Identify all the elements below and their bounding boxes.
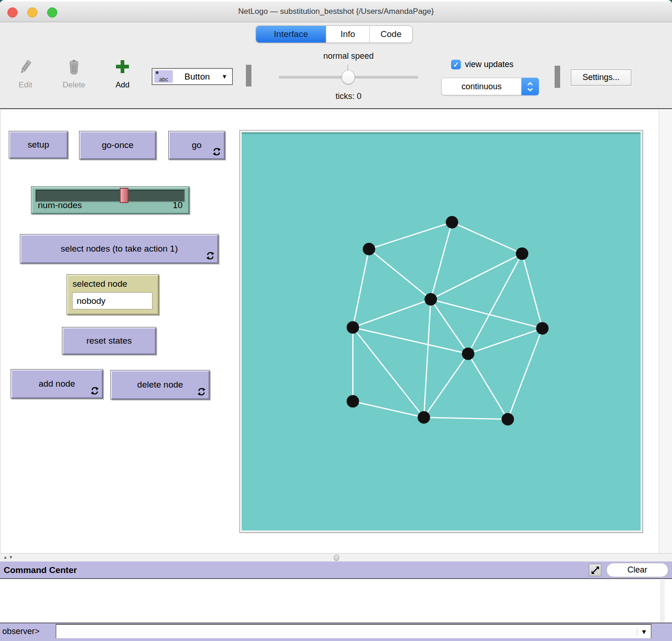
history-dropdown-icon[interactable]: ▼ [637, 628, 651, 635]
command-input[interactable] [56, 625, 637, 638]
speed-slider-label: normal speed [279, 51, 418, 61]
netlogo-window: NetLogo — substitution_bestshot {/Users/… [0, 0, 672, 641]
select-nodes-button[interactable]: select nodes (to take action 1) [20, 234, 219, 264]
splitter-handle[interactable] [334, 555, 339, 561]
diagonal-arrows-icon [591, 566, 599, 574]
splitter-bar[interactable]: ▲▼ [0, 553, 672, 561]
toolbar-separator [246, 65, 251, 86]
network-node[interactable] [347, 395, 359, 407]
network-edge [452, 222, 522, 254]
update-mode-select[interactable]: continuous [441, 78, 539, 95]
view-updates-label: view updates [465, 60, 513, 69]
delete-node-label: delete node [137, 380, 183, 390]
trash-icon [67, 69, 80, 77]
view-updates-toggle[interactable]: ✓ view updates [451, 60, 513, 69]
add-label: Add [104, 80, 141, 90]
forever-icon [91, 387, 99, 395]
update-mode-value: continuous [442, 82, 521, 92]
network-node[interactable] [425, 293, 437, 306]
network-edge [508, 328, 543, 419]
widget-type-dropdown[interactable]: abc Button ▼ [152, 68, 233, 85]
pencil-icon [18, 69, 32, 77]
slider-label: num-nodes [38, 200, 82, 210]
main-tabs: Interface Info Code [256, 25, 413, 43]
edit-label: Edit [7, 80, 44, 90]
forever-icon [206, 252, 214, 260]
network-edge [431, 253, 522, 299]
detach-command-center-button[interactable] [589, 564, 601, 576]
ticks-value: 0 [357, 92, 361, 101]
observer-prompt: observer> [2, 627, 40, 636]
forever-icon [213, 148, 221, 156]
network-node[interactable] [347, 321, 359, 334]
delete-label: Delete [55, 80, 92, 90]
network-edge [353, 299, 431, 327]
go-once-label: go-once [102, 140, 134, 150]
tab-interface[interactable]: Interface [256, 26, 326, 43]
interface-canvas: setup go-once go num-nodes 10 select nod… [0, 110, 672, 553]
network-edge [369, 249, 431, 299]
tab-code[interactable]: Code [369, 26, 412, 43]
command-input-wrap[interactable]: ▼ [55, 624, 652, 639]
clear-button[interactable]: Clear [606, 563, 668, 577]
window-title: NetLogo — substitution_bestshot {/Users/… [0, 7, 672, 16]
network-node[interactable] [462, 347, 474, 360]
reset-states-label: reset states [86, 336, 132, 346]
network-edge [468, 253, 522, 353]
ticks-counter: ticks: 0 [279, 92, 418, 101]
go-once-button[interactable]: go-once [79, 131, 156, 160]
command-center-output[interactable] [0, 580, 672, 623]
chevron-down-icon: ▼ [221, 73, 227, 80]
add-widget-button[interactable]: Add [104, 58, 141, 90]
add-node-label: add node [38, 379, 75, 389]
network-node[interactable] [418, 411, 430, 424]
network-node[interactable] [501, 413, 514, 425]
speed-slider-thumb[interactable] [342, 70, 355, 84]
abc-button-icon: abc [154, 70, 173, 83]
delete-button[interactable]: Delete [55, 58, 92, 90]
vertical-scrollbar[interactable] [659, 110, 672, 553]
monitor-label: selected node [73, 279, 127, 289]
monitor-value: nobody [72, 292, 153, 309]
command-center-header: Command Center Clear [0, 561, 672, 579]
toolbar: Interface Info Code Edit [0, 22, 672, 109]
forever-icon [197, 388, 206, 396]
add-node-button[interactable]: add node [11, 369, 103, 399]
title-bar: NetLogo — substitution_bestshot {/Users/… [0, 1, 672, 22]
network-edge [369, 222, 452, 249]
command-center-title: Command Center [4, 565, 77, 575]
output-scrollbar[interactable] [660, 580, 665, 623]
settings-button[interactable]: Settings... [571, 69, 631, 86]
network-edge [424, 354, 468, 418]
world-view[interactable] [239, 130, 643, 533]
tab-info[interactable]: Info [326, 26, 369, 43]
network-edge [468, 354, 508, 419]
go-label: go [192, 140, 202, 150]
slider-value: 10 [173, 200, 183, 210]
window-bottom-strip [0, 638, 672, 641]
network-edge [431, 222, 452, 300]
go-button[interactable]: go [168, 131, 225, 160]
delete-node-button[interactable]: delete node [110, 370, 210, 400]
toolbar-separator [555, 66, 560, 88]
network-node[interactable] [363, 243, 375, 255]
network-node[interactable] [446, 216, 458, 228]
network-node[interactable] [516, 247, 528, 260]
network-svg [242, 132, 641, 530]
selected-node-monitor: selected node nobody [67, 274, 159, 315]
network-edge [353, 249, 369, 327]
splitter-arrows-icon[interactable]: ▲▼ [3, 555, 14, 560]
num-nodes-slider[interactable]: num-nodes 10 [31, 186, 189, 214]
checkbox-checked-icon[interactable]: ✓ [451, 60, 461, 69]
select-nodes-label: select nodes (to take action 1) [61, 244, 177, 254]
network-edge [522, 253, 543, 328]
setup-button[interactable]: setup [9, 131, 68, 159]
network-node[interactable] [536, 322, 549, 335]
network-edge [424, 418, 508, 419]
plus-icon [115, 69, 130, 77]
edit-button[interactable]: Edit [7, 58, 44, 90]
setup-label: setup [28, 140, 49, 150]
reset-states-button[interactable]: reset states [62, 327, 156, 355]
view-canvas[interactable] [242, 132, 641, 530]
network-edge [424, 299, 431, 417]
